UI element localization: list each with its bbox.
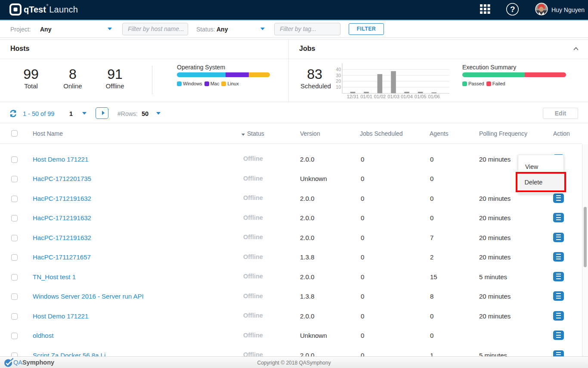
- svg-text:01/05: 01/05: [415, 94, 427, 99]
- svg-text:?: ?: [510, 5, 515, 14]
- svg-text:40: 40: [336, 67, 341, 72]
- svg-text:12/31: 12/31: [347, 94, 359, 99]
- svg-text:01/03: 01/03: [387, 94, 399, 99]
- svg-text:01/02: 01/02: [374, 94, 386, 99]
- svg-text:30: 30: [336, 73, 341, 78]
- svg-text:01/01: 01/01: [360, 94, 372, 99]
- svg-text:01/04: 01/04: [401, 94, 413, 99]
- svg-text:10: 10: [336, 84, 341, 90]
- svg-text:01/06: 01/06: [428, 94, 440, 99]
- svg-text:20: 20: [336, 78, 341, 84]
